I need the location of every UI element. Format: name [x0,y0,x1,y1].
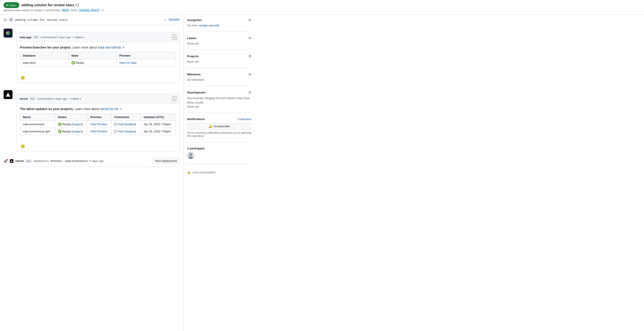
xata-table-header-database: Database [20,52,69,59]
pr-subtitle: alexfrancoeur wants to merge 1 commit in… [4,8,104,12]
sidebar-projects-section: Projects ⚙ None yet [187,54,251,68]
vercel-comment-meta: commented 5 days ago [37,97,67,100]
xata-edited-link[interactable]: edited ▾ [74,36,84,39]
labels-value: None yet [187,42,199,45]
xata-preview-table: Database State Preview xata-store ✅ Read… [20,52,176,66]
sidebar: Assignees ⚙ No one—assign yourself Label… [183,14,255,331]
projects-title: Projects [187,54,198,58]
unsubscribe-button[interactable]: 🔔 Unsubscribe [187,123,251,130]
xata-intro-text: Preview branches for your project. Learn… [20,46,176,49]
xata-comment-author[interactable]: xata-app [20,36,31,39]
vercel-learn-link[interactable]: Vercel for Git ↗ [100,107,122,111]
view-deployment-button[interactable]: View deployment [152,158,180,164]
xata-bot-badge: bot [33,35,39,39]
open-badge: ⑆ Open [4,2,19,8]
xata-comment-more-button[interactable]: ··· [172,35,176,40]
top-bar: ⑆ Open adding column for review stars #2… [0,0,644,14]
pr-author: alexfrancoeur [4,8,21,12]
copy-icon[interactable]: ⎘ [102,9,104,12]
commit-dot: ⊙ [4,17,7,22]
bell-off-icon: 🔔 [209,124,212,128]
notifications-header: Notifications Customize [187,118,251,121]
sidebar-milestone-section: Milestone ⚙ No milestone [187,72,251,86]
sidebar-projects-header: Projects ⚙ [187,54,251,58]
sidebar-development-section: Development ⚙ Successfully merging this … [187,90,251,113]
projects-gear-icon[interactable]: ⚙ [248,54,251,58]
pr-number: #2 [75,3,80,7]
vercel-comment-wrapper: vercel bot commented 5 days ago • edited… [4,90,180,155]
labels-title: Labels [187,36,196,40]
assign-yourself-link[interactable]: assign yourself [200,24,219,27]
vercel-comment-more-button[interactable]: ··· [172,96,176,101]
vercel-row2-name: xata-ecommerce-qil4 [20,128,55,135]
sidebar-participants-section: 1 participant [187,147,251,164]
vercel-th-status: Status [55,114,88,121]
vercel-row1-name: xata-ecommerce [20,121,55,128]
participant-avatar-1[interactable] [187,152,194,159]
milestone-title: Milestone [187,73,200,76]
vercel-emoji-react-button[interactable]: 🙂 [20,143,26,150]
vercel-meta-dot: • [69,97,70,100]
commit-hash[interactable]: 2b3b481 [168,18,180,21]
xata-row-preview[interactable]: View on Xata [116,59,176,66]
pr-title: adding column for review stars #2 [22,3,80,7]
milestone-value: No milestone [187,78,204,82]
labels-gear-icon[interactable]: ⚙ [248,36,251,40]
xata-comment-meta: commented 5 days ago [41,36,71,39]
deployment-time: 5 days ago [90,159,104,162]
xata-row-database: xata-store [20,59,69,66]
vercel-table-row-1: xata-ecommerce ✅ Ready (Inspect) Visit P… [20,121,176,128]
lock-conversation-button[interactable]: 🔒 Lock conversation [187,169,216,176]
vercel-row2-comments[interactable]: 💬 Add feedback [111,128,141,135]
rocket-icon: 🚀 [4,159,8,163]
vercel-preview-table: Name Status Preview Comments Updated (UT… [20,114,176,135]
main-layout: ⊙ A adding column for review stars ✓ 2b3… [0,14,644,331]
xata-avatar [4,29,12,38]
sidebar-assignees-section: Assignees ⚙ No one—assign yourself [187,18,251,32]
vercel-comment-author[interactable]: vercel [20,97,28,100]
vercel-row2-preview[interactable]: Visit Preview [88,128,111,135]
svg-marker-5 [6,92,10,96]
commit-message: adding column for review stars [15,18,68,22]
assignees-gear-icon[interactable]: ⚙ [248,18,251,22]
vercel-avatar [4,90,12,99]
customize-link[interactable]: Customize [238,118,251,121]
development-title: Development [187,91,206,94]
vercel-edited-link[interactable]: edited ▾ [71,97,81,100]
sidebar-assignees-header: Assignees ⚙ [187,18,251,22]
content-area: ⊙ A adding column for review stars ✓ 2b3… [0,14,183,331]
vercel-comment-header-left: vercel bot commented 5 days ago • edited… [20,97,81,100]
development-value: None yet [187,105,199,108]
vercel-row1-comments[interactable]: 💬 Add feedback [111,121,141,128]
xata-learn-link[interactable]: Xata and GitHub ↗ [98,46,124,49]
sidebar-participants-header: 1 participant [187,147,251,150]
git-merge-icon: ⑆ [6,3,8,7]
deployment-bot-badge: bot [26,159,32,163]
lock-icon: 🔒 [187,171,191,174]
development-description: Successfully merging this pull request m… [187,96,251,105]
vercel-comment-footer: 🙂 [16,141,180,152]
commit-check-icon: ✓ [164,18,166,22]
vercel-th-preview: Preview [88,114,111,121]
xata-comment-header-left: xata-app bot commented 5 days ago • edit… [20,35,85,39]
vercel-row1-updated: Apr 18, 2023 7:56pm [141,121,176,128]
vercel-th-updated: Updated (UTC) [141,114,176,121]
xata-comment-wrapper: xata-app bot commented 5 days ago • edit… [4,29,180,86]
base-branch[interactable]: main [61,8,70,12]
commit-line: ⊙ A adding column for review stars ✓ 2b3… [4,14,180,25]
milestone-gear-icon[interactable]: ⚙ [248,72,251,76]
notifications-title: Notifications [187,118,205,121]
vercel-row2-inspect-link[interactable]: Inspect [72,130,82,133]
sidebar-lock-section: 🔒 Lock conversation [187,169,251,180]
xata-comment-card: xata-app bot commented 5 days ago • edit… [16,32,180,83]
vercel-row1-inspect-link[interactable]: Inspect [72,122,82,126]
development-gear-icon[interactable]: ⚙ [248,90,251,94]
xata-table-header-preview: Preview [116,52,176,59]
participants-list [187,152,251,160]
xata-emoji-react-button[interactable]: 🙂 [20,74,26,81]
sidebar-labels-section: Labels ⚙ None yet [187,36,251,50]
vercel-row1-preview[interactable]: Visit Preview [88,121,111,128]
vercel-table-row-2: xata-ecommerce-qil4 ✅ Ready (Inspect) Vi… [20,128,176,135]
head-branch[interactable]: review_stars [78,8,100,12]
deployment-deployer[interactable]: vercel [15,159,24,162]
